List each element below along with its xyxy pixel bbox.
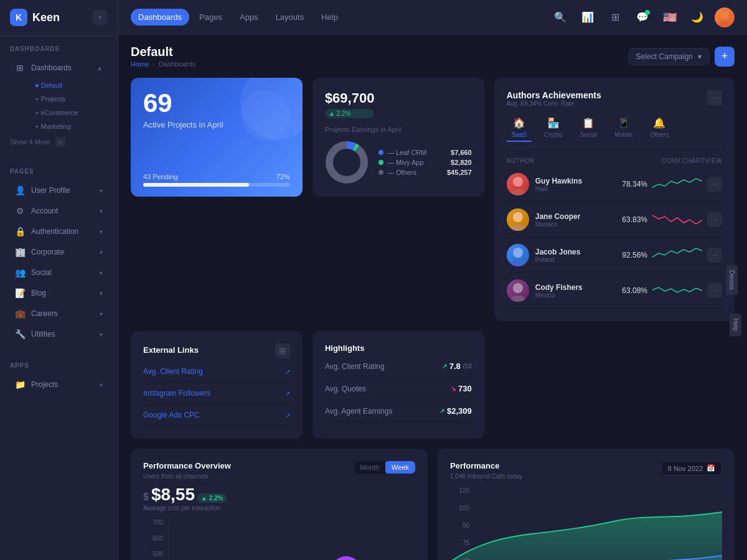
author-location-3: Mexico: [535, 292, 583, 299]
search-button[interactable]: 🔍: [550, 7, 570, 27]
legend-item-0: — Leaf CRM $7,660: [378, 149, 472, 156]
crypto-icon: 🏪: [547, 117, 560, 129]
tab-saas[interactable]: 🏠 SaaS: [507, 114, 532, 142]
analytics-button[interactable]: 📊: [578, 7, 598, 27]
bubble-area: [168, 519, 415, 560]
date-badge[interactable]: 8 Nov 2022 📅: [661, 461, 722, 475]
perf-amount: $ $8,55 ▲ 2.2%: [143, 485, 415, 505]
legend-val-1: $2,820: [451, 159, 472, 166]
tab-crypto[interactable]: 🏪 Crypto: [539, 114, 567, 142]
notifications-button[interactable]: 💬: [632, 7, 652, 27]
show-more-button[interactable]: Show 4 More +: [0, 133, 118, 151]
topnav-help[interactable]: Help: [314, 9, 345, 26]
author-conv-1: 63.83%: [622, 215, 647, 224]
sidebar-item-dashboards[interactable]: ⊞ Dashboards ▲: [5, 58, 113, 78]
theme-toggle[interactable]: 🌙: [687, 7, 707, 27]
chevron-icon: ▾: [100, 381, 103, 388]
utilities-icon: 🔧: [15, 329, 25, 339]
topnav-dashboards[interactable]: Dashboards: [131, 9, 189, 26]
highlights-card: Highlights Avg. Client Rating ↗ 7.8/10 A…: [312, 331, 484, 439]
help-tab[interactable]: Help: [730, 314, 741, 337]
week-tab[interactable]: Week: [385, 461, 415, 474]
sidebar-item-utilities[interactable]: 🔧 Utilities ▾: [5, 324, 113, 344]
sidebar-item-account-label: Account: [31, 207, 93, 215]
highlight-row-2: Avg. Agent Earnings ↗ $2,309: [325, 400, 472, 422]
authors-title-section: Authors Achievements Avg. 69.34% Conv. R…: [507, 90, 601, 107]
highlight-label-1: Avg. Quotes: [325, 385, 366, 393]
sidebar-sub-item-marketing[interactable]: + Marketing: [25, 119, 118, 133]
collapse-sidebar-button[interactable]: ‹: [93, 10, 108, 25]
careers-icon: 💼: [15, 309, 25, 319]
link-text-1[interactable]: Instagram Followers: [143, 389, 210, 398]
authors-menu-button[interactable]: ···: [707, 90, 722, 105]
breadcrumb-separator: ›: [153, 60, 155, 68]
sidebar-item-blog[interactable]: 📝 Blog ▾: [5, 283, 113, 303]
sidebar-item-user-profile[interactable]: 👤 User Profile ▾: [5, 180, 113, 200]
up-arrow-icon-2: ↗: [439, 408, 444, 414]
campaign-dropdown-label: Select Campaign: [636, 52, 693, 61]
highlight-row-0: Avg. Client Rating ↗ 7.8/10: [325, 355, 472, 378]
add-campaign-button[interactable]: +: [715, 47, 735, 67]
sidebar-item-careers[interactable]: 💼 Careers ▾: [5, 304, 113, 324]
link-text-2[interactable]: Google Ads CPC: [143, 411, 200, 419]
author-view-btn-0[interactable]: →: [707, 177, 722, 192]
campaign-dropdown[interactable]: Select Campaign ▾: [628, 48, 710, 65]
sidebar-section-dashboards-label: DASHBOARDS: [0, 43, 118, 57]
author-location-2: Poland: [535, 256, 581, 263]
highlight-val-0: ↗ 7.8/10: [442, 362, 472, 371]
pending-row: 43 Pending 72%: [143, 173, 290, 180]
user-avatar[interactable]: [715, 7, 735, 27]
topnav-layouts[interactable]: Layouts: [268, 9, 312, 26]
tab-others[interactable]: 🔔 Others: [645, 114, 674, 142]
tab-mobile[interactable]: 📱 Mobile: [609, 114, 637, 142]
sidebar-sub-item-ecommerce[interactable]: + eCommerce: [25, 106, 118, 119]
bottom-section: Performance Overview Users from all chan…: [131, 449, 735, 560]
add-icon[interactable]: +: [55, 137, 65, 147]
sidebar: K Keen ‹ DASHBOARDS ⊞ Dashboards ▲ ● Def…: [0, 0, 118, 560]
grid-line-2: [169, 552, 415, 553]
sidebar-item-corporate[interactable]: 🏢 Corporate ▾: [5, 242, 113, 262]
authors-table-header: AUTHOR CONV. CHART VIEW: [507, 155, 722, 167]
author-view-btn-2[interactable]: →: [707, 248, 722, 263]
chevron-icon: ▾: [100, 249, 103, 256]
brand-name: Keen: [32, 11, 60, 24]
svg-point-0: [720, 11, 729, 19]
author-name-0: Guy Hawkins: [535, 177, 582, 185]
sidebar-item-authentication[interactable]: 🔒 Authentication ▾: [5, 222, 113, 241]
author-view-btn-3[interactable]: →: [707, 283, 722, 298]
performance-chart-card: Performance 1,046 Inbound Calls today 8 …: [438, 449, 735, 560]
sidebar-sub-item-default[interactable]: ● Default: [25, 78, 118, 92]
main-content: Dashboards Pages Apps Layouts Help 🔍 📊 ⊞…: [118, 0, 747, 560]
tab-social[interactable]: 📋 Social: [575, 114, 602, 142]
author-location-1: Monaco: [535, 221, 581, 228]
saas-icon: 🏠: [513, 117, 525, 129]
perf-chart-title: Performance: [450, 461, 522, 470]
legend-label-2: — Others: [378, 169, 447, 176]
sidebar-sub-item-projects[interactable]: + Projects: [25, 92, 118, 106]
breadcrumb-home[interactable]: Home: [131, 60, 149, 68]
demos-tab[interactable]: Demos: [726, 265, 738, 295]
tab-social-label: Social: [580, 131, 597, 138]
author-conv-3: 63.08%: [622, 286, 647, 295]
links-menu-button[interactable]: ⊞: [275, 343, 290, 358]
sidebar-item-apps-projects[interactable]: 📁 Projects ▾: [5, 375, 113, 394]
chevron-icon: ▾: [100, 187, 103, 194]
topnav-apps[interactable]: Apps: [232, 9, 266, 26]
sidebar-item-social[interactable]: 👥 Social ▾: [5, 263, 113, 282]
topnav-pages[interactable]: Pages: [192, 9, 230, 26]
grid-button[interactable]: ⊞: [605, 7, 625, 27]
sidebar-dashboards-submenu: ● Default + Projects + eCommerce + Marke…: [0, 78, 118, 133]
show-more-label: Show 4 More: [10, 138, 50, 146]
sidebar-item-account[interactable]: ⚙ Account ▾: [5, 201, 113, 221]
perf-chart-header: Performance 1,046 Inbound Calls today 8 …: [450, 461, 722, 480]
tab-others-label: Others: [650, 131, 669, 138]
month-tab[interactable]: Month: [354, 461, 386, 474]
flag-icon[interactable]: 🇺🇸: [660, 7, 680, 27]
earnings-amount-section: $69,700 ▲ 2.2%: [325, 90, 375, 118]
perf-desc: Avarage cost per interaction: [143, 505, 415, 511]
author-info-0: Guy Hawkins Haiti: [507, 173, 618, 195]
author-name-2: Jacob Jones: [535, 248, 581, 256]
perf-overview-title-section: Performance Overview Users from all chan…: [143, 461, 231, 480]
link-text-0[interactable]: Avg. Client Rating: [143, 367, 203, 376]
author-view-btn-1[interactable]: →: [707, 212, 722, 227]
